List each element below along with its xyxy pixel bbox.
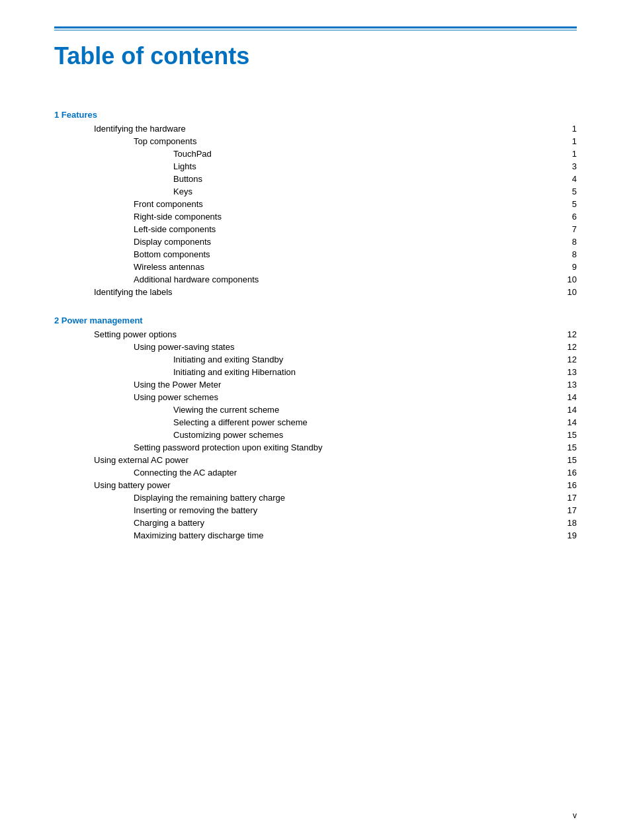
toc-entry-page: 14 bbox=[568, 392, 577, 402]
toc-dots bbox=[296, 366, 568, 375]
toc-entry-label: Initiating and exiting Hibernation bbox=[173, 367, 296, 377]
toc-dots-line bbox=[239, 469, 564, 476]
toc-entry: Identifying the labels10 bbox=[54, 286, 577, 297]
toc-dots bbox=[186, 122, 572, 132]
toc-dots-line bbox=[267, 532, 565, 538]
toc-entry-page: 12 bbox=[568, 329, 577, 339]
toc-dots-line bbox=[207, 263, 569, 270]
toc-entry: Setting power options12 bbox=[54, 328, 577, 339]
toc-dots bbox=[218, 391, 568, 400]
toc-entry-label: Identifying the hardware bbox=[94, 124, 186, 134]
toc-entry-page: 8 bbox=[572, 249, 577, 259]
toc-entry-page: 1 bbox=[572, 149, 577, 159]
toc-entry-label: Front components bbox=[134, 199, 203, 209]
toc-entry: Maximizing battery discharge time19 bbox=[54, 529, 577, 540]
toc-entry-page: 12 bbox=[568, 355, 577, 364]
toc-entry-page: 15 bbox=[568, 455, 577, 465]
toc-dots bbox=[234, 341, 567, 350]
toc-entry-label: Setting password protection upon exiting… bbox=[134, 442, 322, 452]
toc-entry: Viewing the current scheme14 bbox=[54, 403, 577, 415]
toc-entry-label: Connecting the AC adapter bbox=[134, 468, 237, 478]
toc-entry-page: 10 bbox=[568, 274, 577, 284]
toc-entry-page: 4 bbox=[572, 174, 577, 184]
toc-dots bbox=[196, 135, 571, 144]
toc-entry-label: Selecting a different power scheme bbox=[173, 417, 308, 427]
toc-dots-line bbox=[218, 226, 569, 232]
toc-entry-page: 6 bbox=[572, 212, 577, 222]
toc-dots-line bbox=[224, 381, 564, 388]
toc-entry-label: Charging a battery bbox=[134, 518, 204, 528]
toc-dots-line bbox=[310, 419, 565, 425]
toc-dots bbox=[204, 517, 568, 526]
toc-entry-page: 8 bbox=[572, 237, 577, 247]
toc-entry: Displaying the remaining battery charge1… bbox=[54, 491, 577, 503]
toc-dots bbox=[237, 466, 567, 476]
toc-dots-line bbox=[173, 482, 565, 488]
toc-entry-page: 14 bbox=[568, 417, 577, 427]
toc-dots-line bbox=[195, 188, 569, 194]
toc-dots bbox=[308, 416, 568, 425]
toc-dots bbox=[203, 198, 572, 207]
toc-dots-line bbox=[191, 456, 564, 463]
toc-entry-page: 19 bbox=[568, 530, 577, 540]
toc-dots bbox=[264, 529, 568, 538]
toc-dots bbox=[216, 223, 571, 232]
toc-dots-line bbox=[325, 444, 564, 450]
toc-entry: Left-side components7 bbox=[54, 223, 577, 234]
toc-entry: Front components5 bbox=[54, 198, 577, 209]
toc-entry: Using battery power16 bbox=[54, 479, 577, 490]
toc-entry-label: Bottom components bbox=[134, 249, 210, 259]
toc-entry-label: Using the Power Meter bbox=[134, 380, 221, 390]
toc-dots bbox=[221, 378, 567, 388]
toc-dots-line bbox=[189, 125, 569, 132]
toc-dots bbox=[212, 147, 572, 157]
toc-entry: Additional hardware components10 bbox=[54, 273, 577, 284]
top-rule-thick bbox=[54, 26, 577, 28]
toc-entry-page: 12 bbox=[568, 342, 577, 352]
toc-dots-line bbox=[205, 175, 569, 182]
toc-dots bbox=[189, 454, 567, 463]
toc-entry: Charging a battery18 bbox=[54, 517, 577, 528]
toc-dots-line bbox=[199, 138, 569, 144]
toc-entry: Using the Power Meter13 bbox=[54, 378, 577, 390]
page-title: Table of contents bbox=[54, 42, 577, 70]
toc-dots-line bbox=[214, 150, 569, 157]
toc-dots bbox=[211, 235, 572, 245]
footer-page-number: v bbox=[573, 811, 577, 820]
toc-entry-label: Setting power options bbox=[94, 329, 177, 339]
toc-dots bbox=[210, 248, 572, 257]
toc-entry: Lights3 bbox=[54, 160, 577, 171]
toc-entry-label: Display components bbox=[134, 237, 211, 247]
toc-content: 1 FeaturesIdentifying the hardware1Top c… bbox=[54, 110, 577, 540]
toc-entry-label: Viewing the current scheme bbox=[173, 405, 279, 415]
toc-entry-page: 17 bbox=[568, 493, 577, 503]
toc-entry-page: 15 bbox=[568, 430, 577, 440]
toc-dots-line bbox=[282, 406, 564, 413]
toc-entry: Right-side components6 bbox=[54, 210, 577, 222]
toc-entry: Using power schemes14 bbox=[54, 391, 577, 402]
toc-entry: Connecting the AC adapter16 bbox=[54, 466, 577, 478]
toc-entry-label: Displaying the remaining battery charge bbox=[134, 493, 285, 503]
page-container: Table of contents 1 FeaturesIdentifying … bbox=[0, 0, 631, 840]
toc-dots-line bbox=[207, 519, 565, 526]
toc-entry-label: Using external AC power bbox=[94, 455, 189, 465]
toc-entry: Selecting a different power scheme14 bbox=[54, 416, 577, 427]
toc-entry-label: Maximizing battery discharge time bbox=[134, 530, 264, 540]
toc-entry-page: 10 bbox=[568, 287, 577, 297]
toc-dots bbox=[279, 403, 567, 413]
toc-dots bbox=[283, 353, 567, 362]
toc-entry-label: Using power-saving states bbox=[134, 342, 234, 352]
toc-entry-page: 7 bbox=[572, 224, 577, 234]
toc-dots bbox=[259, 273, 567, 282]
toc-dots-line bbox=[214, 238, 569, 245]
toc-dots bbox=[173, 286, 568, 295]
toc-entry: Using power-saving states12 bbox=[54, 341, 577, 352]
toc-dots-line bbox=[286, 356, 564, 362]
toc-dots-line bbox=[298, 368, 565, 375]
toc-dots-line bbox=[288, 494, 564, 501]
toc-entry: Using external AC power15 bbox=[54, 454, 577, 465]
toc-entry-label: Using battery power bbox=[94, 480, 171, 490]
toc-entry: Wireless antennas9 bbox=[54, 261, 577, 272]
toc-entry-label: Lights bbox=[173, 161, 196, 171]
toc-dots bbox=[285, 491, 567, 501]
